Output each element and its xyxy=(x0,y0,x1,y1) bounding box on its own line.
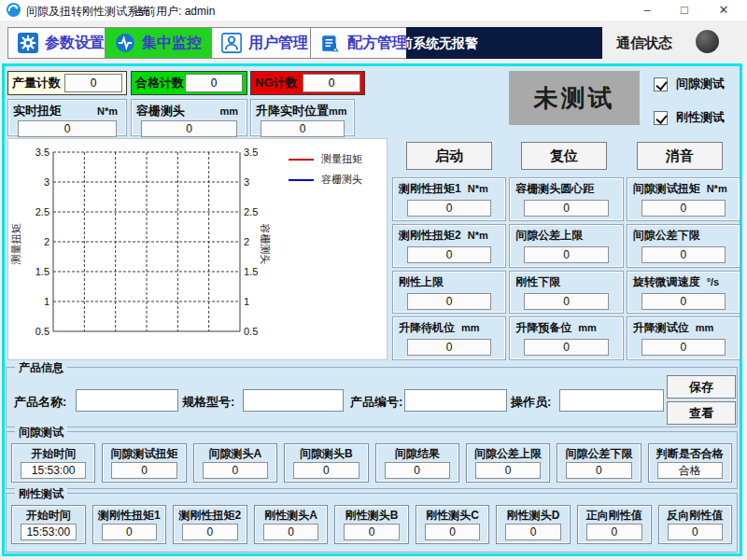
group-title: 间隙测试 xyxy=(15,425,67,441)
param-value[interactable]: 0 xyxy=(524,339,608,356)
lift-position-readout: 升降实时位置mm 0 xyxy=(250,99,355,136)
title-bar: 间隙及扭转刚性测试系统 当前用户: admin – □ ✕ xyxy=(0,0,747,21)
checkbox-checked-icon[interactable] xyxy=(654,111,668,125)
minimize-button[interactable]: – xyxy=(631,0,663,21)
param-lift-ready: 升降预备位mm0 xyxy=(509,316,623,360)
result-label: 间隙测试扭矩 xyxy=(105,445,183,462)
param-unit: mm xyxy=(461,322,480,333)
main-panel: 产量计数 0 合格计数 0 NG计数 0 实时扭矩N*m 0 容栅测头mm 0 … xyxy=(2,63,742,556)
product-number-input[interactable] xyxy=(404,389,507,412)
param-label: 升降预备位 xyxy=(515,321,571,334)
param-value[interactable]: 0 xyxy=(524,246,608,263)
legend-line-torque xyxy=(289,159,314,161)
rigidity-test-checkbox[interactable]: 刚性测试 xyxy=(654,109,725,126)
result-cell: 间隙测试扭矩0 xyxy=(102,443,186,483)
result-value: 0 xyxy=(182,524,238,540)
reset-button[interactable]: 复位 xyxy=(521,142,607,170)
param-probe-center-distance: 容栅测头圆心距0 xyxy=(509,177,623,221)
param-label: 测刚性扭矩2 xyxy=(399,229,461,242)
param-label: 测刚性扭矩1 xyxy=(399,182,461,195)
torque-readout: 实时扭矩N*m 0 xyxy=(7,99,127,136)
param-value[interactable]: 0 xyxy=(524,200,608,217)
app-icon xyxy=(7,3,21,17)
param-rigidity-upper: 刚性上限0 xyxy=(392,271,506,315)
test-state-display: 未测试 xyxy=(509,71,640,125)
counter-value: 0 xyxy=(303,74,360,92)
ng-counter: NG计数 0 xyxy=(250,71,365,95)
param-value[interactable]: 0 xyxy=(407,339,491,356)
toolbar-button-recipes[interactable]: 配方管理 xyxy=(310,27,417,59)
param-label: 刚性下限 xyxy=(515,275,560,288)
param-unit: N*m xyxy=(468,230,488,241)
result-cell: 刚性测头C0 xyxy=(416,505,490,544)
param-value[interactable]: 0 xyxy=(641,339,726,356)
param-value[interactable]: 0 xyxy=(524,293,608,310)
result-cell: 反向刚性值0 xyxy=(658,505,733,544)
svg-text:2: 2 xyxy=(244,236,249,247)
result-cell: 判断是否合格合格 xyxy=(648,443,732,483)
result-label: 刚性测头B xyxy=(337,507,406,524)
product-model-input[interactable] xyxy=(243,389,344,412)
param-value[interactable]: 0 xyxy=(641,293,726,310)
result-value: 0 xyxy=(668,524,724,540)
result-value: 合格 xyxy=(657,462,723,479)
legend-label: 测量扭矩 xyxy=(321,152,362,166)
checkbox-checked-icon[interactable] xyxy=(654,77,668,91)
readout-value: 0 xyxy=(261,120,345,137)
maximize-button[interactable]: □ xyxy=(669,0,700,21)
param-gap-tolerance-lower: 间隙公差下限0 xyxy=(627,224,740,268)
view-button[interactable]: 查看 xyxy=(667,401,736,425)
result-value: 0 xyxy=(425,524,481,540)
result-value: 15:53:00 xyxy=(21,524,77,540)
alarm-banner: 前系统无报警 xyxy=(406,27,602,59)
save-button[interactable]: 保存 xyxy=(667,375,736,399)
start-button[interactable]: 启动 xyxy=(406,142,492,170)
svg-text:1.5: 1.5 xyxy=(35,266,49,277)
gap-test-row: 开始时间15:53:00 间隙测试扭矩0 间隙测头A0 间隙测头B0 间隙结果0… xyxy=(7,432,737,487)
mute-button[interactable]: 消音 xyxy=(637,142,723,170)
toolbar-button-label: 用户管理 xyxy=(248,34,308,53)
operator-input[interactable] xyxy=(559,389,664,412)
chart-legend: 测量扭矩 容栅测头 xyxy=(289,152,362,193)
param-lift-standby: 升降待机位mm0 xyxy=(392,316,506,360)
product-name-input[interactable] xyxy=(76,389,178,412)
readout-unit: mm xyxy=(219,105,242,117)
recipe-icon xyxy=(320,33,341,53)
param-value[interactable]: 0 xyxy=(407,246,491,263)
param-value[interactable]: 0 xyxy=(407,293,491,310)
result-value: 0 xyxy=(505,524,561,540)
pass-counter: 合格计数 0 xyxy=(131,71,247,95)
param-value[interactable]: 0 xyxy=(407,200,491,217)
left-axis-label: 测量扭矩 xyxy=(9,224,23,265)
result-label: 判断是否合格 xyxy=(651,445,729,462)
param-gap-tolerance-upper: 间隙公差上限0 xyxy=(509,224,623,268)
result-cell: 刚性测头A0 xyxy=(254,505,329,544)
param-value[interactable]: 0 xyxy=(641,200,726,217)
result-value: 0 xyxy=(586,524,642,540)
result-cell: 间隙测头B0 xyxy=(284,443,368,483)
counter-label: 产量计数 xyxy=(12,75,64,91)
svg-text:1.5: 1.5 xyxy=(244,266,258,277)
result-value: 15:53:00 xyxy=(21,462,86,479)
param-unit: N*m xyxy=(707,183,727,194)
production-counter: 产量计数 0 xyxy=(7,71,127,95)
gap-test-checkbox[interactable]: 间隙测试 xyxy=(654,76,725,92)
toolbar-button-users[interactable]: 用户管理 xyxy=(211,27,318,59)
toolbar-button-settings[interactable]: 参数设置 xyxy=(7,27,115,59)
result-value: 0 xyxy=(566,462,631,479)
param-value[interactable]: 0 xyxy=(641,246,726,263)
toolbar-button-monitor[interactable]: 集中监控 xyxy=(105,27,212,59)
result-label: 测刚性扭矩1 xyxy=(95,507,164,524)
result-value: 0 xyxy=(263,524,319,540)
readout-label: 升降实时位置 xyxy=(256,103,329,119)
result-cell: 间隙公差上限0 xyxy=(466,443,550,483)
comm-status-label: 通信状态 xyxy=(616,35,672,52)
close-button[interactable]: ✕ xyxy=(708,0,740,21)
svg-text:2.5: 2.5 xyxy=(35,206,49,217)
result-label: 正向刚性值 xyxy=(580,507,649,524)
result-label: 刚性测头C xyxy=(418,507,487,524)
param-rigidity-torque1: 测刚性扭矩1N*m0 xyxy=(392,177,506,221)
svg-text:1: 1 xyxy=(244,296,249,307)
result-label: 开始时间 xyxy=(14,507,83,524)
result-label: 间隙公差下限 xyxy=(559,445,638,462)
